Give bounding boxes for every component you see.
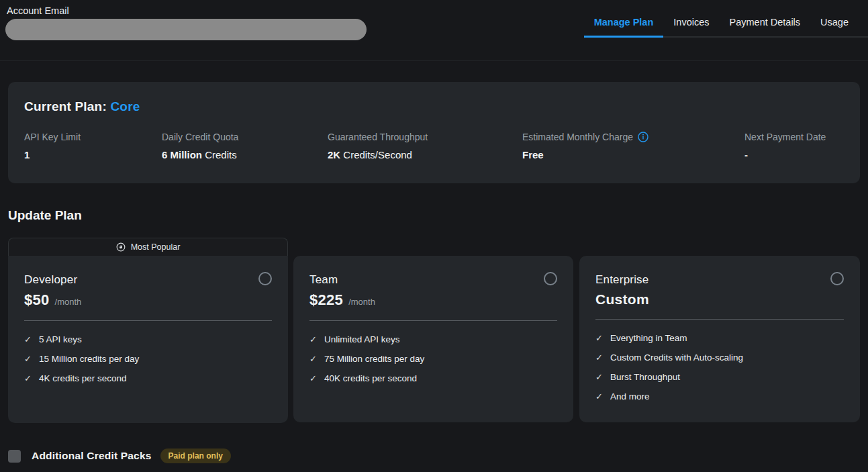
plan-price: $50 xyxy=(24,291,50,309)
stat-daily-credit-quota: Daily Credit Quota 6 Million Credits xyxy=(162,132,328,160)
check-icon: ✓ xyxy=(309,373,317,384)
plan-features: ✓Everything in Team ✓Custom Credits with… xyxy=(595,332,844,402)
feature-item: ✓Burst Throughput xyxy=(595,371,844,383)
feature-item: ✓40K credits per second xyxy=(309,373,557,384)
check-icon: ✓ xyxy=(24,373,32,384)
plan-card-divider xyxy=(24,320,272,321)
stat-value: 2K Credits/Second xyxy=(328,149,522,160)
feature-item: ✓5 API keys xyxy=(24,334,272,345)
stat-next-payment-date: Next Payment Date - xyxy=(744,132,826,160)
check-icon: ✓ xyxy=(595,371,603,383)
account-email-field[interactable] xyxy=(5,19,367,40)
plan-name: Developer xyxy=(24,273,272,287)
most-popular-label: Most Popular xyxy=(131,242,181,252)
plan-card-developer[interactable]: Developer $50 /month ✓5 API keys ✓15 Mil… xyxy=(8,256,288,423)
check-icon: ✓ xyxy=(595,391,603,402)
plan-period: /month xyxy=(55,297,82,307)
check-icon: ✓ xyxy=(24,353,32,365)
plan-card-team[interactable]: Team $225 /month ✓Unlimited API keys ✓75… xyxy=(293,256,573,422)
feature-item: ✓Everything in Team xyxy=(595,332,844,344)
feature-item: ✓And more xyxy=(595,391,844,402)
plan-price: $225 xyxy=(309,291,343,309)
feature-item: ✓75 Million credits per day xyxy=(309,353,557,365)
stat-label: Guaranteed Throughput xyxy=(328,132,522,142)
stat-estimated-monthly-charge: Estimated Monthly Charge Free xyxy=(522,132,744,160)
plan-radio-team[interactable] xyxy=(544,272,557,285)
current-plan-card: Current Plan: Core API Key Limit 1 Daily… xyxy=(8,82,860,183)
stat-guaranteed-throughput: Guaranteed Throughput 2K Credits/Second xyxy=(328,132,522,160)
most-popular-icon xyxy=(116,242,126,252)
stat-value: - xyxy=(744,149,826,160)
credit-packs-checkbox[interactable] xyxy=(8,450,21,463)
stat-label: API Key Limit xyxy=(24,132,162,142)
stat-label: Daily Credit Quota xyxy=(162,132,328,142)
plan-name: Enterprise xyxy=(595,273,844,287)
check-icon: ✓ xyxy=(309,353,317,365)
header-divider xyxy=(0,60,868,61)
stat-value: 6 Million Credits xyxy=(162,149,328,160)
paid-plan-only-badge: Paid plan only xyxy=(160,449,231,463)
plan-features: ✓Unlimited API keys ✓75 Million credits … xyxy=(309,334,557,384)
tab-manage-plan[interactable]: Manage Plan xyxy=(584,17,664,36)
account-email-label: Account Email xyxy=(7,5,69,16)
feature-item: ✓Unlimited API keys xyxy=(309,334,557,345)
check-icon: ✓ xyxy=(309,334,317,345)
current-plan-title: Current Plan: Core xyxy=(24,99,844,114)
stat-label: Estimated Monthly Charge xyxy=(522,132,744,142)
update-plan-heading: Update Plan xyxy=(8,208,82,223)
current-plan-stats: API Key Limit 1 Daily Credit Quota 6 Mil… xyxy=(24,132,844,160)
feature-item: ✓4K credits per second xyxy=(24,373,272,384)
plan-name: Team xyxy=(309,273,557,287)
tab-payment-details[interactable]: Payment Details xyxy=(720,17,811,36)
most-popular-banner: Most Popular xyxy=(8,238,288,256)
stat-label: Next Payment Date xyxy=(744,132,826,142)
current-plan-title-prefix: Current Plan: xyxy=(24,99,110,113)
tab-usage[interactable]: Usage xyxy=(810,17,859,36)
check-icon: ✓ xyxy=(24,334,32,345)
plan-radio-enterprise[interactable] xyxy=(830,272,844,285)
plan-features: ✓5 API keys ✓15 Million credits per day … xyxy=(24,334,272,384)
stat-value: 1 xyxy=(24,149,162,160)
billing-tab-bar: Manage Plan Invoices Payment Details Usa… xyxy=(584,0,868,38)
plan-card-enterprise[interactable]: Enterprise Custom ✓Everything in Team ✓C… xyxy=(579,256,860,422)
plan-card-divider xyxy=(595,319,844,320)
tab-invoices[interactable]: Invoices xyxy=(663,17,719,36)
credit-packs-row: Additional Credit Packs Paid plan only xyxy=(8,449,231,463)
plan-period: /month xyxy=(348,297,375,307)
credit-packs-label: Additional Credit Packs xyxy=(32,450,152,462)
info-icon[interactable] xyxy=(638,132,648,142)
stat-api-key-limit: API Key Limit 1 xyxy=(24,132,162,160)
check-icon: ✓ xyxy=(595,352,603,363)
plan-price: Custom xyxy=(595,291,844,308)
plan-card-divider xyxy=(309,320,557,321)
plan-radio-developer[interactable] xyxy=(258,272,272,285)
stat-value: Free xyxy=(522,149,744,160)
feature-item: ✓Custom Credits with Auto-scaling xyxy=(595,352,844,363)
check-icon: ✓ xyxy=(595,332,603,344)
current-plan-name: Core xyxy=(110,99,140,113)
feature-item: ✓15 Million credits per day xyxy=(24,353,272,365)
